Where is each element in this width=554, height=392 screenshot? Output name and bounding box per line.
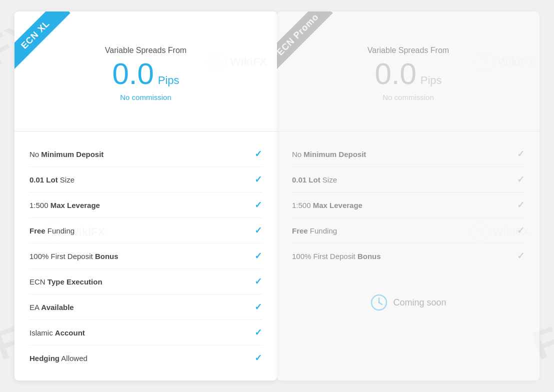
feature-ecn-type-execution-check: ✓ bbox=[254, 276, 262, 287]
card2-feature-free-funding-check: ✓ bbox=[517, 225, 524, 236]
feature-islamic-account-check: ✓ bbox=[254, 327, 262, 338]
feature-hedging-allowed: Hedging Allowed ✓ bbox=[30, 346, 262, 370]
feature-hedging-allowed-text: Hedging Allowed bbox=[30, 354, 88, 362]
feature-first-deposit-bonus-text: 100% First Deposit Bonus bbox=[30, 252, 118, 260]
card2-commission: No commission bbox=[382, 93, 434, 102]
feature-first-deposit-bonus-check: ✓ bbox=[254, 250, 262, 262]
card2-feature-first-deposit-bonus-check: ✓ bbox=[517, 250, 524, 262]
card1-spreads-label: Variable Spreads From bbox=[105, 46, 186, 55]
card1-features-list: No Minimum Deposit ✓ 0.01 Lot Size ✓ 1:5… bbox=[14, 132, 277, 380]
card2-feature-max-leverage-check: ✓ bbox=[517, 200, 524, 210]
card1-pips-value: 0.0 bbox=[112, 59, 154, 89]
feature-max-leverage: 1:500 Max Leverage ✓ bbox=[30, 192, 262, 218]
feature-free-funding-text: Free Funding bbox=[30, 226, 74, 235]
feature-lot-size-check: ✓ bbox=[254, 174, 262, 185]
svg-line-6 bbox=[379, 302, 382, 304]
feature-islamic-account: Islamic Account ✓ bbox=[30, 320, 262, 346]
card2-feature-minimum-deposit: No Minimum Deposit ✓ bbox=[292, 142, 524, 167]
feature-minimum-deposit-check: ✓ bbox=[254, 148, 262, 160]
feature-minimum-deposit: No Minimum Deposit ✓ bbox=[30, 142, 262, 167]
card2-feature-max-leverage: 1:500 Max Leverage ✓ bbox=[292, 192, 524, 218]
feature-lot-size-text: 0.01 Lot Size bbox=[30, 176, 74, 184]
card2-feature-free-funding-text: Free Funding bbox=[292, 226, 337, 235]
card2-feature-lot-size-text: 0.01 Lot Size bbox=[292, 176, 337, 184]
card2-coming-soon: Coming soon bbox=[277, 278, 540, 326]
page-container: FX FX FX WikiFX WikiFX bbox=[0, 0, 554, 392]
card2-pips-unit: Pips bbox=[420, 74, 442, 87]
card2-feature-free-funding: Free Funding ✓ bbox=[292, 218, 524, 244]
coming-soon-text: Coming soon bbox=[393, 298, 446, 308]
feature-max-leverage-check: ✓ bbox=[254, 200, 262, 210]
card2-feature-minimum-deposit-check: ✓ bbox=[517, 148, 524, 160]
card2-feature-minimum-deposit-text: No Minimum Deposit bbox=[292, 150, 366, 158]
feature-ea-available-check: ✓ bbox=[254, 302, 262, 312]
clock-icon bbox=[370, 294, 388, 312]
card1-ribbon: ECN XL bbox=[14, 12, 70, 70]
card2-spreads-label: Variable Spreads From bbox=[368, 46, 449, 55]
card2-ribbon: ECN Promo bbox=[277, 12, 333, 70]
feature-ea-available-text: EA Available bbox=[30, 303, 74, 312]
card-ecn-xl: WikiFX WikiFX ECN XL Variable Spreads Fr… bbox=[14, 12, 277, 380]
feature-free-funding: Free Funding ✓ bbox=[30, 218, 262, 244]
feature-hedging-allowed-check: ✓ bbox=[254, 352, 262, 364]
card2-feature-max-leverage-text: 1:500 Max Leverage bbox=[292, 201, 362, 210]
card1-ribbon-wrapper: ECN XL bbox=[14, 12, 94, 92]
card1-pips-row: 0.0 Pips bbox=[112, 59, 179, 89]
feature-lot-size: 0.01 Lot Size ✓ bbox=[30, 167, 262, 192]
card2-feature-first-deposit-bonus-text: 100% First Deposit Bonus bbox=[292, 252, 381, 260]
feature-ecn-type-execution-text: ECN Type Execution bbox=[30, 278, 102, 286]
feature-ecn-type-execution: ECN Type Execution ✓ bbox=[30, 269, 262, 294]
card2-feature-lot-size: 0.01 Lot Size ✓ bbox=[292, 167, 524, 192]
cards-wrapper: WikiFX WikiFX ECN XL Variable Spreads Fr… bbox=[14, 12, 540, 380]
feature-max-leverage-text: 1:500 Max Leverage bbox=[30, 201, 100, 210]
card1-commission: No commission bbox=[120, 93, 172, 102]
feature-minimum-deposit-text: No Minimum Deposit bbox=[30, 150, 104, 158]
feature-free-funding-check: ✓ bbox=[254, 225, 262, 236]
card2-feature-lot-size-check: ✓ bbox=[517, 174, 524, 185]
card2-pips-row: 0.0 Pips bbox=[374, 59, 442, 89]
card2-pips-value: 0.0 bbox=[374, 59, 416, 89]
feature-islamic-account-text: Islamic Account bbox=[30, 328, 85, 337]
card1-pips-unit: Pips bbox=[158, 74, 180, 87]
feature-first-deposit-bonus: 100% First Deposit Bonus ✓ bbox=[30, 244, 262, 269]
card2-feature-first-deposit-bonus: 100% First Deposit Bonus ✓ bbox=[292, 244, 524, 268]
card2-features-list: No Minimum Deposit ✓ 0.01 Lot Size ✓ 1:5… bbox=[277, 132, 540, 278]
card2-ribbon-wrapper: ECN Promo bbox=[277, 12, 357, 92]
feature-ea-available: EA Available ✓ bbox=[30, 294, 262, 320]
card-ecn-promo: WikiFX WikiFX ECN Promo Variable Spreads… bbox=[277, 12, 540, 380]
